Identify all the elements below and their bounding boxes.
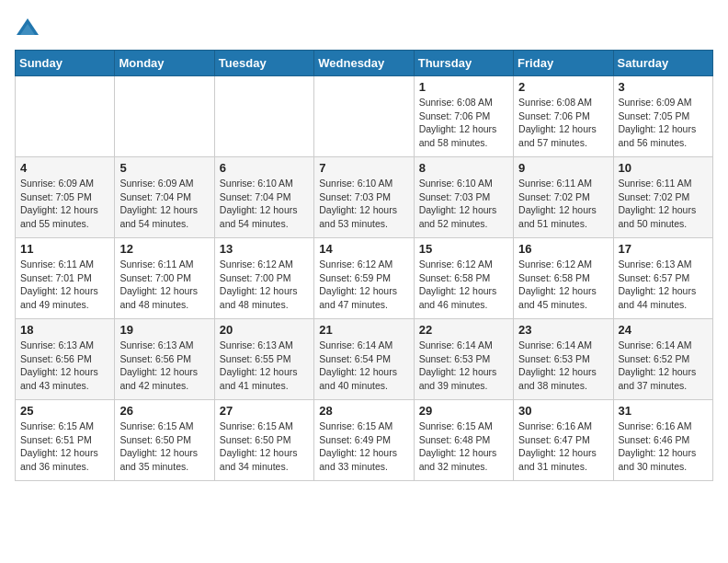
day-number: 12: [119, 242, 209, 256]
calendar-week-4: 18Sunrise: 6:13 AM Sunset: 6:56 PM Dayli…: [16, 319, 713, 400]
day-number: 13: [220, 242, 309, 256]
day-info: Sunrise: 6:15 AM Sunset: 6:51 PM Dayligh…: [20, 419, 109, 474]
day-number: 22: [419, 323, 508, 337]
logo[interactable]: [15, 15, 44, 40]
calendar-cell: 2Sunrise: 6:08 AM Sunset: 7:06 PM Daylig…: [514, 76, 613, 157]
day-number: 31: [619, 404, 708, 418]
calendar-cell: 27Sunrise: 6:15 AM Sunset: 6:50 PM Dayli…: [214, 400, 313, 481]
day-number: 25: [20, 404, 109, 418]
day-number: 2: [518, 80, 608, 94]
day-number: 15: [419, 242, 508, 256]
weekday-header-monday: Monday: [115, 51, 214, 76]
calendar-cell: 5Sunrise: 6:09 AM Sunset: 7:04 PM Daylig…: [115, 157, 214, 238]
day-info: Sunrise: 6:08 AM Sunset: 7:06 PM Dayligh…: [419, 96, 508, 150]
day-info: Sunrise: 6:13 AM Sunset: 6:56 PM Dayligh…: [119, 339, 209, 393]
day-number: 1: [419, 80, 508, 94]
calendar-week-1: 1Sunrise: 6:08 AM Sunset: 7:06 PM Daylig…: [16, 76, 713, 157]
calendar-cell: [115, 76, 214, 157]
calendar-cell: 21Sunrise: 6:14 AM Sunset: 6:54 PM Dayli…: [314, 319, 414, 400]
day-info: Sunrise: 6:14 AM Sunset: 6:53 PM Dayligh…: [518, 339, 608, 393]
day-number: 3: [619, 80, 708, 94]
calendar-week-5: 25Sunrise: 6:15 AM Sunset: 6:51 PM Dayli…: [16, 400, 713, 481]
day-info: Sunrise: 6:11 AM Sunset: 7:02 PM Dayligh…: [619, 177, 708, 231]
day-info: Sunrise: 6:13 AM Sunset: 6:56 PM Dayligh…: [20, 339, 109, 393]
day-number: 7: [319, 161, 408, 175]
day-info: Sunrise: 6:12 AM Sunset: 6:59 PM Dayligh…: [319, 258, 408, 312]
calendar-week-3: 11Sunrise: 6:11 AM Sunset: 7:01 PM Dayli…: [16, 238, 713, 319]
calendar-cell: 22Sunrise: 6:14 AM Sunset: 6:53 PM Dayli…: [414, 319, 513, 400]
day-info: Sunrise: 6:09 AM Sunset: 7:04 PM Dayligh…: [119, 177, 209, 231]
calendar-cell: 11Sunrise: 6:11 AM Sunset: 7:01 PM Dayli…: [16, 238, 115, 319]
day-info: Sunrise: 6:10 AM Sunset: 7:03 PM Dayligh…: [419, 177, 508, 231]
day-number: 10: [619, 161, 708, 175]
day-number: 18: [20, 323, 109, 337]
day-info: Sunrise: 6:09 AM Sunset: 7:05 PM Dayligh…: [619, 96, 708, 150]
calendar-cell: 19Sunrise: 6:13 AM Sunset: 6:56 PM Dayli…: [115, 319, 214, 400]
day-info: Sunrise: 6:14 AM Sunset: 6:53 PM Dayligh…: [419, 339, 508, 393]
calendar-cell: 6Sunrise: 6:10 AM Sunset: 7:04 PM Daylig…: [214, 157, 313, 238]
day-number: 9: [518, 161, 608, 175]
day-info: Sunrise: 6:11 AM Sunset: 7:00 PM Dayligh…: [119, 258, 209, 312]
calendar-cell: 3Sunrise: 6:09 AM Sunset: 7:05 PM Daylig…: [613, 76, 712, 157]
day-number: 29: [419, 404, 508, 418]
calendar-header-row: SundayMondayTuesdayWednesdayThursdayFrid…: [16, 51, 713, 76]
calendar-cell: [314, 76, 414, 157]
calendar-cell: 10Sunrise: 6:11 AM Sunset: 7:02 PM Dayli…: [613, 157, 712, 238]
calendar-cell: 15Sunrise: 6:12 AM Sunset: 6:58 PM Dayli…: [414, 238, 513, 319]
calendar-week-2: 4Sunrise: 6:09 AM Sunset: 7:05 PM Daylig…: [16, 157, 713, 238]
day-info: Sunrise: 6:14 AM Sunset: 6:52 PM Dayligh…: [619, 339, 708, 393]
calendar-cell: 29Sunrise: 6:15 AM Sunset: 6:48 PM Dayli…: [414, 400, 513, 481]
logo-icon: [15, 15, 40, 40]
day-info: Sunrise: 6:14 AM Sunset: 6:54 PM Dayligh…: [319, 339, 408, 393]
calendar-cell: 9Sunrise: 6:11 AM Sunset: 7:02 PM Daylig…: [514, 157, 613, 238]
calendar-cell: 16Sunrise: 6:12 AM Sunset: 6:58 PM Dayli…: [514, 238, 613, 319]
day-info: Sunrise: 6:08 AM Sunset: 7:06 PM Dayligh…: [518, 96, 608, 150]
day-info: Sunrise: 6:13 AM Sunset: 6:57 PM Dayligh…: [619, 258, 708, 312]
day-number: 21: [319, 323, 408, 337]
calendar-cell: 20Sunrise: 6:13 AM Sunset: 6:55 PM Dayli…: [214, 319, 313, 400]
calendar-cell: 1Sunrise: 6:08 AM Sunset: 7:06 PM Daylig…: [414, 76, 513, 157]
day-info: Sunrise: 6:15 AM Sunset: 6:49 PM Dayligh…: [319, 419, 408, 474]
day-number: 19: [119, 323, 209, 337]
calendar-cell: 25Sunrise: 6:15 AM Sunset: 6:51 PM Dayli…: [16, 400, 115, 481]
day-number: 8: [419, 161, 508, 175]
calendar-cell: 26Sunrise: 6:15 AM Sunset: 6:50 PM Dayli…: [115, 400, 214, 481]
day-info: Sunrise: 6:12 AM Sunset: 6:58 PM Dayligh…: [419, 258, 508, 312]
calendar-cell: [16, 76, 115, 157]
calendar-cell: 12Sunrise: 6:11 AM Sunset: 7:00 PM Dayli…: [115, 238, 214, 319]
day-number: 23: [518, 323, 608, 337]
day-info: Sunrise: 6:15 AM Sunset: 6:48 PM Dayligh…: [419, 419, 508, 474]
weekday-header-thursday: Thursday: [414, 51, 513, 76]
day-number: 6: [220, 161, 309, 175]
calendar-cell: 8Sunrise: 6:10 AM Sunset: 7:03 PM Daylig…: [414, 157, 513, 238]
page-header: [15, 15, 713, 40]
day-info: Sunrise: 6:12 AM Sunset: 7:00 PM Dayligh…: [220, 258, 309, 312]
day-number: 28: [319, 404, 408, 418]
day-info: Sunrise: 6:15 AM Sunset: 6:50 PM Dayligh…: [220, 419, 309, 474]
weekday-header-sunday: Sunday: [16, 51, 115, 76]
day-number: 20: [220, 323, 309, 337]
day-info: Sunrise: 6:16 AM Sunset: 6:46 PM Dayligh…: [619, 419, 708, 474]
calendar-cell: 13Sunrise: 6:12 AM Sunset: 7:00 PM Dayli…: [214, 238, 313, 319]
calendar-cell: 18Sunrise: 6:13 AM Sunset: 6:56 PM Dayli…: [16, 319, 115, 400]
weekday-header-friday: Friday: [514, 51, 613, 76]
calendar-cell: [214, 76, 313, 157]
day-info: Sunrise: 6:11 AM Sunset: 7:02 PM Dayligh…: [518, 177, 608, 231]
day-info: Sunrise: 6:16 AM Sunset: 6:47 PM Dayligh…: [518, 419, 608, 474]
calendar-cell: 14Sunrise: 6:12 AM Sunset: 6:59 PM Dayli…: [314, 238, 414, 319]
day-number: 14: [319, 242, 408, 256]
day-number: 5: [119, 161, 209, 175]
calendar-cell: 23Sunrise: 6:14 AM Sunset: 6:53 PM Dayli…: [514, 319, 613, 400]
day-number: 24: [619, 323, 708, 337]
weekday-header-saturday: Saturday: [613, 51, 712, 76]
weekday-header-wednesday: Wednesday: [314, 51, 414, 76]
calendar-cell: 28Sunrise: 6:15 AM Sunset: 6:49 PM Dayli…: [314, 400, 414, 481]
day-info: Sunrise: 6:10 AM Sunset: 7:03 PM Dayligh…: [319, 177, 408, 231]
day-number: 26: [119, 404, 209, 418]
calendar-cell: 30Sunrise: 6:16 AM Sunset: 6:47 PM Dayli…: [514, 400, 613, 481]
calendar-cell: 4Sunrise: 6:09 AM Sunset: 7:05 PM Daylig…: [16, 157, 115, 238]
day-number: 17: [619, 242, 708, 256]
calendar-table: SundayMondayTuesdayWednesdayThursdayFrid…: [15, 50, 713, 481]
day-info: Sunrise: 6:09 AM Sunset: 7:05 PM Dayligh…: [20, 177, 109, 231]
calendar-cell: 17Sunrise: 6:13 AM Sunset: 6:57 PM Dayli…: [613, 238, 712, 319]
